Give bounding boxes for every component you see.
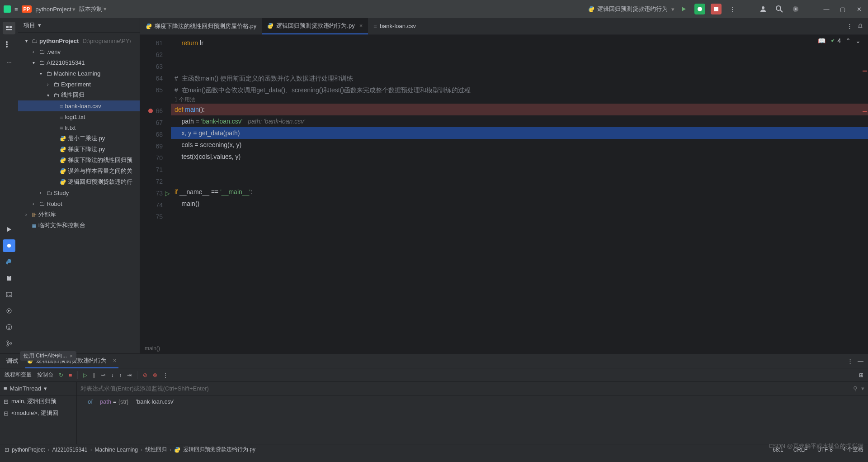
toolbar-more-icon[interactable]: ⋮ — [163, 372, 168, 378]
maximize-icon[interactable]: ▢ — [837, 4, 848, 14]
debug-tool-icon[interactable] — [3, 239, 15, 252]
layout-icon[interactable]: ⊞ — [859, 372, 863, 378]
vars-tab[interactable]: 线程和变量 — [5, 371, 32, 379]
tree-bank-loan[interactable]: ≡bank-loan.csv — [18, 100, 140, 111]
mute-breakpoints-icon[interactable]: ⊗ — [153, 372, 157, 378]
svg-point-2 — [776, 6, 781, 10]
step-over-icon[interactable]: ⤻ — [101, 372, 105, 378]
python-console-icon[interactable] — [3, 256, 15, 268]
close-hint-icon[interactable]: × — [70, 353, 73, 359]
frame-item-module[interactable]: ⊟<module>, 逻辑回 — [0, 407, 76, 419]
services-tool-icon[interactable] — [3, 305, 15, 317]
frame-item-main[interactable]: ⊟main, 逻辑回归预 — [0, 395, 76, 407]
var-row[interactable]: oї path = {str} 'bank-loan.csv' — [77, 395, 868, 407]
svg-point-21 — [7, 344, 9, 346]
run-configuration-dropdown[interactable]: 逻辑回归预测贷款违约行为▾ — [588, 5, 675, 13]
debug-tab-title[interactable]: 调试 — [5, 354, 20, 368]
tree-py1[interactable]: 最小二乘法.py — [18, 133, 140, 144]
title-bar: ≡ PP pythonProject▾ 版本控制▾ 逻辑回归预测贷款违约行为▾ … — [0, 0, 868, 18]
problems-tool-icon[interactable] — [3, 321, 15, 333]
var-chevron-down-icon[interactable]: ▾ — [861, 385, 864, 392]
thread-selector[interactable]: ≡MainThread▾ — [0, 382, 76, 395]
code-with-me-icon[interactable] — [758, 4, 769, 14]
tree-py4[interactable]: 误差与样本容量之间的关 — [18, 166, 140, 176]
var-prompt[interactable]: 对表达式求值(Enter)或添加监视(Ctrl+Shift+Enter) — [80, 385, 209, 393]
problems-count[interactable]: 4 — [837, 37, 841, 44]
console-tab[interactable]: 控制台 — [37, 371, 53, 379]
python-icon — [60, 157, 66, 163]
nav-down-icon[interactable]: ⌄ — [855, 37, 861, 44]
tree-linreg[interactable]: ▾🗀线性回归 — [18, 90, 140, 100]
pause-icon[interactable]: ‖ — [93, 372, 95, 378]
svg-point-10 — [6, 46, 8, 48]
svg-point-9 — [6, 43, 8, 45]
settings-icon[interactable] — [790, 4, 801, 14]
resume-icon[interactable]: ▷ — [83, 372, 87, 378]
project-tool-icon[interactable] — [3, 22, 15, 34]
close-debug-tab-icon[interactable]: × — [113, 357, 117, 364]
step-out-icon[interactable]: ↑ — [119, 372, 122, 378]
stop-debug-icon[interactable]: ■ — [69, 372, 72, 378]
breadcrumb[interactable]: AI2210515341 — [52, 447, 87, 453]
tree-experiment[interactable]: ›🗀Experiment — [18, 79, 140, 90]
frames-icon: ≡ — [4, 385, 7, 392]
svg-rect-0 — [714, 7, 718, 11]
packages-tool-icon[interactable] — [3, 272, 15, 285]
close-window-icon[interactable]: ✕ — [854, 4, 864, 14]
run-button[interactable] — [678, 4, 689, 14]
filter-icon[interactable]: ⚲ — [853, 385, 858, 392]
close-tab-icon[interactable]: × — [359, 22, 363, 29]
more-actions-icon[interactable]: ⋮ — [727, 4, 738, 14]
tree-ai-folder[interactable]: ▾🗀AI2210515341 — [18, 57, 140, 68]
tree-ml-folder[interactable]: ▾🗀Machine Learning — [18, 68, 140, 79]
rerun-icon[interactable]: ↻ — [59, 372, 63, 378]
tree-scratch[interactable]: ≣临时文件和控制台 — [18, 220, 140, 231]
debug-button[interactable] — [694, 4, 705, 14]
hamburger-icon[interactable]: ≡ — [14, 6, 18, 13]
breadcrumb[interactable]: 线性回归 — [145, 446, 167, 453]
editor-tab-1[interactable]: 梯度下降法的线性回归预测房屋价格.py — [140, 18, 262, 34]
run-to-cursor-icon[interactable]: ⇥ — [127, 372, 132, 378]
stop-button[interactable] — [711, 4, 722, 14]
svg-point-20 — [7, 341, 9, 343]
svg-rect-14 — [9, 276, 11, 277]
tree-py3[interactable]: 梯度下降法的线性回归预 — [18, 155, 140, 166]
tree-ext-lib[interactable]: ›⊪外部库 — [18, 209, 140, 220]
tree-py5[interactable]: 逻辑回归预测贷款违约行 — [18, 176, 140, 187]
python-icon — [60, 168, 66, 174]
tree-root[interactable]: ▾🗀pythonProjectD:\programme\PY\ — [18, 35, 140, 46]
run-tool-icon[interactable] — [3, 223, 15, 236]
search-icon[interactable] — [774, 4, 785, 14]
breadcrumb[interactable]: pythonProject — [12, 447, 45, 453]
reader-mode-icon[interactable]: 📖 — [818, 37, 826, 44]
tree-py2[interactable]: 梯度下降法.py — [18, 144, 140, 155]
structure-tool-icon[interactable] — [3, 38, 15, 51]
nav-up-icon[interactable]: ⌃ — [845, 37, 851, 44]
more-tool-icon[interactable]: … — [3, 54, 15, 67]
tree-study[interactable]: ›🗀Study — [18, 187, 140, 198]
step-into-icon[interactable]: ↓ — [111, 372, 113, 378]
chevron-down-icon[interactable]: ▾ — [38, 22, 41, 29]
notifications-icon[interactable] — [857, 23, 863, 29]
debug-more-icon[interactable]: ⋮ — [847, 357, 853, 364]
tree-lr-txt[interactable]: ≡lr.txt — [18, 122, 140, 133]
project-badge: PP — [22, 5, 32, 13]
tree-logi1[interactable]: ≡logi1.txt — [18, 111, 140, 122]
tab-more-icon[interactable]: ⋮ — [847, 23, 853, 29]
tree-robot[interactable]: ›🗀Robot — [18, 198, 140, 209]
python-icon — [146, 23, 152, 29]
version-control-dropdown[interactable]: 版本控制▾ — [79, 5, 107, 13]
editor-tab-3[interactable]: ≡bank-loan.csv — [368, 18, 421, 34]
editor-tab-2[interactable]: 逻辑回归预测贷款违约行为.py× — [262, 18, 368, 34]
minimize-panel-icon[interactable]: — — [858, 357, 863, 364]
git-tool-icon[interactable] — [3, 337, 15, 350]
breadcrumb[interactable]: 逻辑回归预测贷款违约行为.py — [183, 446, 255, 453]
breadcrumb[interactable]: Machine Learning — [94, 447, 137, 453]
code[interactable]: return lr # 主函数main() 使用前面定义的函数并传入数据进行处理… — [171, 34, 868, 343]
project-name-dropdown[interactable]: pythonProject▾ — [35, 6, 75, 13]
usage-hint[interactable]: 1 个用法 — [171, 96, 868, 104]
tree-venv[interactable]: ›🗀.venv — [18, 46, 140, 57]
minimize-icon[interactable]: — — [821, 4, 832, 14]
terminal-tool-icon[interactable] — [3, 288, 15, 301]
breakpoints-icon[interactable]: ⊘ — [143, 372, 147, 378]
